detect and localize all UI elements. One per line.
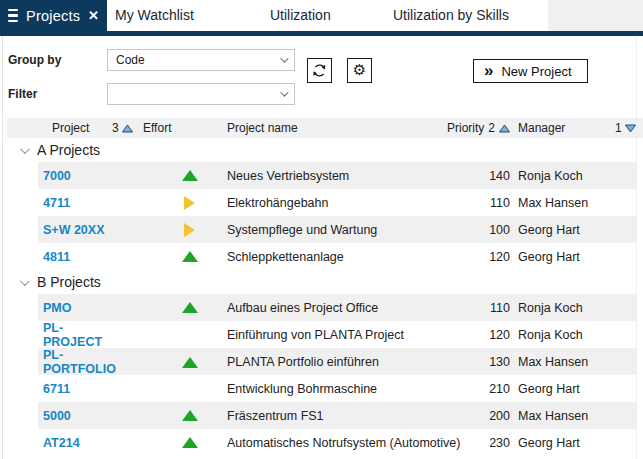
tab-bar: Projects ✕ My Watchlist Utilization Util… bbox=[0, 0, 643, 31]
sort-order-number: 2 bbox=[488, 121, 495, 135]
effort-trend-up-icon bbox=[182, 410, 198, 421]
projects-table: Project 3 Effort Project name Priority 2… bbox=[0, 112, 643, 456]
chevron-down-icon[interactable] bbox=[20, 276, 30, 286]
effort-cell bbox=[140, 302, 215, 313]
group-label: A Projects bbox=[37, 142, 100, 158]
manager-cell: Ronja Koch bbox=[510, 169, 615, 183]
manager-cell: Max Hansen bbox=[510, 409, 615, 423]
header-priority-label: Priority bbox=[447, 121, 484, 135]
effort-cell bbox=[140, 251, 215, 262]
project-name-cell: Einführung von PLANTA Project bbox=[215, 328, 447, 342]
project-id-link[interactable]: 7000 bbox=[40, 169, 112, 183]
project-id-link[interactable]: AT214 bbox=[40, 436, 112, 450]
priority-cell: 200 bbox=[447, 409, 510, 423]
project-id-link[interactable]: 6711 bbox=[40, 382, 112, 396]
project-name-cell: Elektrohängebahn bbox=[215, 196, 447, 210]
table-row[interactable]: S+W 20XXSystempflege und Wartung100Georg… bbox=[0, 216, 643, 243]
table-body: A Projects7000Neues Vertriebsystem140Ron… bbox=[0, 138, 643, 456]
pane-border bbox=[2, 36, 3, 459]
effort-trend-right-icon bbox=[184, 223, 195, 237]
project-name-cell: Fräszentrum FS1 bbox=[215, 409, 447, 423]
manager-cell: Georg Hart bbox=[510, 250, 615, 264]
header-row-sort[interactable]: 1 bbox=[615, 121, 643, 135]
table-row[interactable]: 5000Fräszentrum FS1200Max Hansen bbox=[0, 402, 643, 429]
new-project-label: New Project bbox=[501, 64, 571, 79]
header-project[interactable]: Project bbox=[40, 121, 112, 135]
header-manager[interactable]: Manager bbox=[510, 121, 615, 135]
effort-trend-right-icon bbox=[184, 196, 195, 210]
project-id-link[interactable]: 5000 bbox=[40, 409, 112, 423]
tabbar-filler bbox=[548, 0, 643, 31]
chevron-down-icon[interactable] bbox=[20, 144, 30, 154]
manager-cell: Ronja Koch bbox=[510, 301, 615, 315]
effort-cell bbox=[140, 410, 215, 421]
project-name-cell: Aufbau eines Project Office bbox=[215, 301, 447, 315]
project-name-cell: Neues Vertriebsystem bbox=[215, 169, 447, 183]
chevron-down-icon bbox=[280, 88, 288, 96]
effort-cell bbox=[140, 357, 215, 368]
tab-utilization[interactable]: Utilization bbox=[270, 0, 331, 31]
table-row[interactable]: PL-PROJECTEinführung von PLANTA Project1… bbox=[0, 321, 643, 348]
priority-cell: 130 bbox=[447, 355, 510, 369]
project-id-link[interactable]: PL-PORTFOLIO bbox=[40, 348, 112, 376]
priority-cell: 230 bbox=[447, 436, 510, 450]
filter-label: Filter bbox=[8, 87, 37, 101]
group-by-value: Code bbox=[116, 53, 145, 67]
priority-cell: 110 bbox=[447, 196, 510, 210]
tab-utilization-by-skills[interactable]: Utilization by Skills bbox=[393, 0, 509, 31]
table-row[interactable]: 6711Entwicklung Bohrmaschine210Georg Har… bbox=[0, 375, 643, 402]
project-id-link[interactable]: 4811 bbox=[40, 250, 112, 264]
tab-my-watchlist[interactable]: My Watchlist bbox=[115, 0, 194, 31]
table-row[interactable]: PMOAufbau eines Project Office110Ronja K… bbox=[0, 294, 643, 321]
tab-projects-label: Projects bbox=[26, 8, 80, 24]
effort-cell bbox=[140, 437, 215, 448]
priority-cell: 120 bbox=[447, 328, 510, 342]
effort-trend-up-icon bbox=[182, 437, 198, 448]
toolbar: Group by Code Filter ⚙ » New Project bbox=[0, 36, 643, 112]
table-row[interactable]: PL-PORTFOLIOPLANTA Portfolio einführen13… bbox=[0, 348, 643, 375]
chevron-down-icon bbox=[280, 54, 288, 62]
manager-cell: Max Hansen bbox=[510, 355, 615, 369]
table-header-row: Project 3 Effort Project name Priority 2… bbox=[0, 118, 643, 138]
settings-button[interactable]: ⚙ bbox=[347, 58, 372, 83]
group-row[interactable]: A Projects bbox=[0, 138, 643, 162]
project-id-link[interactable]: PL-PROJECT bbox=[40, 321, 112, 349]
priority-cell: 120 bbox=[447, 250, 510, 264]
tab-projects-active[interactable]: Projects ✕ bbox=[0, 0, 107, 31]
priority-cell: 100 bbox=[447, 223, 510, 237]
sort-desc-icon bbox=[625, 124, 636, 133]
group-row[interactable]: B Projects bbox=[0, 270, 643, 294]
close-icon[interactable]: ✕ bbox=[88, 9, 99, 22]
group-label: B Projects bbox=[37, 274, 101, 290]
header-effort[interactable]: Effort bbox=[140, 121, 215, 135]
project-id-link[interactable]: S+W 20XX bbox=[40, 223, 112, 237]
menu-hamburger-icon[interactable] bbox=[8, 9, 18, 22]
priority-cell: 210 bbox=[447, 382, 510, 396]
manager-cell: Georg Hart bbox=[510, 436, 615, 450]
effort-cell bbox=[140, 196, 215, 210]
projects-window: Projects ✕ My Watchlist Utilization Util… bbox=[0, 0, 643, 459]
double-chevron-right-icon: » bbox=[484, 62, 493, 79]
filter-select[interactable] bbox=[107, 83, 295, 105]
manager-cell: Max Hansen bbox=[510, 196, 615, 210]
effort-trend-up-icon bbox=[182, 357, 198, 368]
new-project-button[interactable]: » New Project bbox=[473, 59, 588, 83]
refresh-button[interactable] bbox=[307, 58, 332, 83]
group-by-select[interactable]: Code bbox=[107, 49, 295, 71]
table-row[interactable]: 4711Elektrohängebahn110Max Hansen bbox=[0, 189, 643, 216]
project-name-cell: Schleppkettenanlage bbox=[215, 250, 447, 264]
effort-trend-up-icon bbox=[182, 251, 198, 262]
priority-cell: 140 bbox=[447, 169, 510, 183]
header-project-name[interactable]: Project name bbox=[215, 121, 447, 135]
header-project-sort[interactable]: 3 bbox=[112, 121, 140, 135]
manager-cell: Ronja Koch bbox=[510, 328, 615, 342]
sort-asc-icon bbox=[499, 124, 510, 133]
table-row[interactable]: 4811Schleppkettenanlage120Georg Hart bbox=[0, 243, 643, 270]
table-row[interactable]: 7000Neues Vertriebsystem140Ronja Koch bbox=[0, 162, 643, 189]
project-id-link[interactable]: 4711 bbox=[40, 196, 112, 210]
project-id-link[interactable]: PMO bbox=[40, 301, 112, 315]
gear-icon: ⚙ bbox=[353, 63, 366, 78]
pane-border bbox=[636, 36, 637, 459]
header-priority[interactable]: Priority 2 bbox=[447, 121, 510, 135]
table-row[interactable]: AT214Automatisches Notrufsystem (Automot… bbox=[0, 429, 643, 456]
